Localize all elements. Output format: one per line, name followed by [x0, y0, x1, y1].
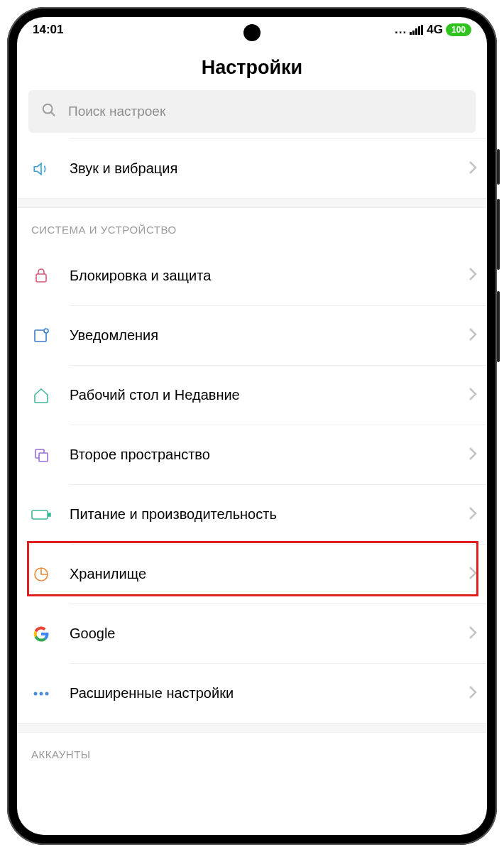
section-divider — [17, 723, 487, 733]
svg-rect-13 — [48, 513, 50, 516]
chevron-right-icon — [469, 626, 477, 643]
svg-line-6 — [51, 112, 55, 116]
list-item-label: Уведомления — [70, 327, 469, 344]
chevron-right-icon — [469, 447, 477, 464]
svg-rect-12 — [32, 510, 48, 519]
sound-icon — [31, 159, 51, 179]
svg-rect-3 — [418, 26, 420, 35]
more-dots-icon — [31, 684, 51, 704]
list-item-advanced[interactable]: Расширенные настройки — [70, 663, 487, 723]
list-item-storage[interactable]: Хранилище — [70, 544, 487, 604]
svg-rect-0 — [410, 32, 412, 35]
chevron-right-icon — [469, 685, 477, 702]
network-label: 4G — [427, 23, 443, 37]
search-placeholder: Поиск настроек — [68, 104, 165, 119]
svg-rect-2 — [415, 28, 417, 35]
volume-down-button — [497, 291, 500, 362]
settings-scroll[interactable]: Звук и вибрация СИСТЕМА И УСТРОЙСТВО Бло… — [17, 138, 487, 829]
svg-rect-7 — [36, 274, 46, 282]
list-item-label: Второе пространство — [70, 447, 469, 463]
search-icon — [41, 102, 57, 121]
svg-point-16 — [40, 692, 43, 695]
list-item-notifications[interactable]: Уведомления — [70, 305, 487, 365]
google-icon — [31, 624, 51, 644]
list-item-google[interactable]: Google — [70, 604, 487, 663]
list-item-label: Хранилище — [70, 566, 469, 582]
signal-icon — [410, 25, 424, 35]
chevron-right-icon — [469, 387, 477, 404]
camera-notch — [243, 24, 261, 41]
status-time: 14:01 — [33, 23, 63, 37]
list-item-label: Питание и производительность — [70, 506, 469, 523]
list-item-label: Звук и вибрация — [70, 160, 469, 177]
chevron-right-icon — [469, 160, 477, 178]
more-icon: ... — [395, 23, 407, 37]
list-item-sound[interactable]: Звук и вибрация — [70, 138, 487, 198]
power-button — [497, 149, 500, 185]
chevron-right-icon — [469, 506, 477, 523]
section-header-accounts: АККАУНТЫ — [17, 733, 487, 775]
svg-rect-4 — [421, 25, 423, 35]
list-item-label: Блокировка и защита — [70, 268, 469, 284]
page-title: Настройки — [17, 41, 487, 90]
search-input[interactable]: Поиск настроек — [28, 90, 476, 133]
svg-rect-1 — [412, 31, 415, 35]
list-item-home[interactable]: Рабочий стол и Недавние — [70, 365, 487, 425]
chevron-right-icon — [469, 566, 477, 583]
status-right: ... 4G 100 — [395, 23, 471, 37]
list-item-label: Google — [70, 626, 469, 642]
svg-point-5 — [43, 104, 53, 114]
chevron-right-icon — [469, 327, 477, 344]
svg-rect-11 — [39, 453, 48, 462]
copy-icon — [31, 445, 51, 465]
list-item-lock[interactable]: Блокировка и защита — [70, 246, 487, 305]
storage-icon — [31, 564, 51, 584]
list-item-label: Рабочий стол и Недавние — [70, 387, 469, 403]
section-header-system: СИСТЕМА И УСТРОЙСТВО — [17, 208, 487, 246]
notifications-icon — [31, 326, 51, 346]
chevron-right-icon — [469, 267, 477, 284]
battery-indicator: 100 — [446, 23, 471, 36]
svg-point-9 — [44, 329, 48, 333]
volume-up-button — [497, 199, 500, 270]
list-item-label: Расширенные настройки — [70, 685, 469, 701]
phone-frame: 14:01 ... 4G 100 Настройки Поиск настрое… — [7, 7, 497, 845]
section-divider — [17, 198, 487, 208]
svg-point-15 — [34, 692, 38, 695]
lock-icon — [31, 266, 51, 285]
screen: 14:01 ... 4G 100 Настройки Поиск настрое… — [17, 17, 487, 835]
svg-point-17 — [45, 692, 49, 695]
battery-icon — [31, 505, 51, 525]
home-icon — [31, 386, 51, 405]
list-item-battery[interactable]: Питание и производительность — [70, 484, 487, 544]
list-item-second-space[interactable]: Второе пространство — [70, 425, 487, 484]
